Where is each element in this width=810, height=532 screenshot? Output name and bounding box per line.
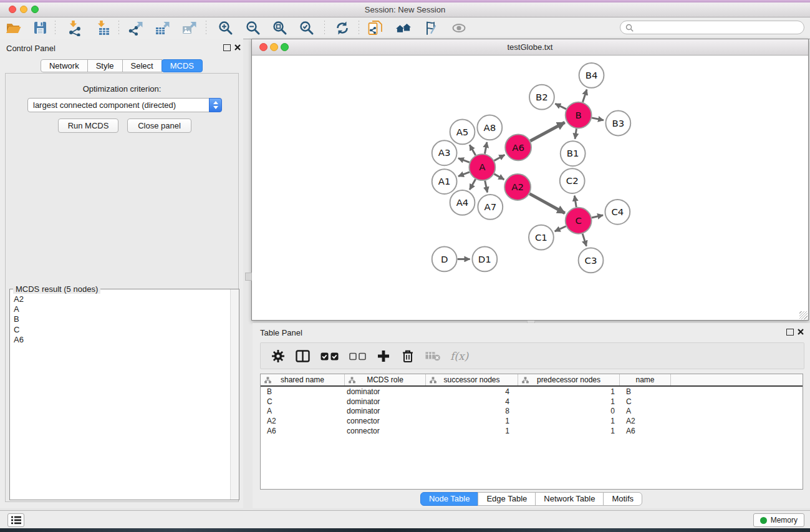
mcds-result-item[interactable]: A: [14, 304, 230, 314]
open-folder-icon[interactable]: [6, 20, 22, 36]
table-cell[interactable]: connector: [345, 417, 426, 425]
edge-A-A2[interactable]: [494, 174, 504, 180]
network-minimize-traffic-light[interactable]: [270, 43, 278, 51]
table-cell[interactable]: B: [620, 387, 671, 396]
table-cell[interactable]: 1: [426, 417, 518, 425]
graph-node-A2[interactable]: A2: [504, 174, 531, 200]
column-header-shared-name[interactable]: shared name: [261, 374, 345, 385]
table-row[interactable]: A6connector11A6: [261, 426, 803, 436]
graph-node-D1[interactable]: D1: [472, 247, 497, 272]
edge-A6-B[interactable]: [530, 122, 564, 141]
table-cell[interactable]: 1: [518, 387, 620, 396]
graph-node-B3[interactable]: B3: [605, 111, 630, 136]
table-cell[interactable]: connector: [345, 427, 426, 435]
graph-node-C4[interactable]: C4: [605, 200, 630, 225]
close-panel-button[interactable]: Close panel: [127, 118, 191, 133]
graph-node-D[interactable]: D: [432, 247, 457, 272]
close-table-panel-icon[interactable]: [798, 329, 804, 335]
tab-edge-table[interactable]: Edge Table: [478, 492, 536, 506]
edge-A-A5[interactable]: [470, 145, 475, 155]
table-row[interactable]: Cdominator41C: [261, 397, 803, 407]
graph-node-A1[interactable]: A1: [432, 169, 457, 194]
table-cell[interactable]: A6: [620, 427, 671, 435]
zoom-in-icon[interactable]: [218, 20, 234, 36]
graph-node-A4[interactable]: A4: [450, 190, 475, 215]
close-panel-icon[interactable]: [234, 44, 241, 51]
result-scrollbar[interactable]: [230, 289, 239, 500]
settings-gear-icon[interactable]: [271, 349, 285, 363]
table-cell[interactable]: 0: [518, 407, 620, 415]
save-icon[interactable]: [32, 20, 48, 36]
graph-node-A7[interactable]: A7: [478, 195, 503, 220]
table-row[interactable]: Adominator80A: [261, 406, 803, 416]
import-network-icon[interactable]: [67, 20, 83, 36]
column-header-predecessor-nodes[interactable]: predecessor nodes: [518, 374, 620, 385]
table-cell[interactable]: C: [620, 397, 671, 406]
graph-node-A3[interactable]: A3: [432, 140, 457, 165]
graph-node-A8[interactable]: A8: [477, 115, 502, 140]
edge-B-B2[interactable]: [555, 104, 566, 109]
table-row[interactable]: A2connector11A2: [261, 416, 803, 426]
graph-node-A[interactable]: A: [469, 154, 495, 180]
graph-node-C2[interactable]: C2: [560, 168, 585, 193]
table-cell[interactable]: 1: [518, 417, 620, 425]
network-window-titlebar[interactable]: testGlobe.txt: [252, 39, 808, 56]
network-canvas[interactable]: B4B2BB3A8A5A6A3B1AA1C2A2A4A7C4CC1DD1C3: [252, 56, 808, 320]
tab-network[interactable]: Network: [41, 59, 88, 72]
column-header-name[interactable]: name: [620, 374, 671, 385]
tab-motifs[interactable]: Motifs: [603, 492, 642, 506]
zoom-out-icon[interactable]: [245, 20, 261, 36]
edge-C-C1[interactable]: [555, 226, 566, 231]
table-cell[interactable]: 8: [426, 407, 518, 415]
mcds-result-item[interactable]: C: [14, 325, 230, 335]
graph-node-C1[interactable]: C1: [529, 225, 554, 250]
edge-A-A1[interactable]: [458, 172, 470, 177]
zoom-fit-icon[interactable]: [272, 20, 288, 36]
table-cell[interactable]: dominator: [345, 397, 426, 406]
memory-button[interactable]: Memory: [753, 513, 804, 527]
mcds-result-item[interactable]: B: [14, 314, 230, 324]
float-table-panel-icon[interactable]: [786, 329, 794, 336]
eye-icon[interactable]: [451, 20, 467, 36]
edge-A-A7[interactable]: [485, 181, 488, 193]
toggle-columns-icon[interactable]: [296, 349, 310, 363]
edge-A-A6[interactable]: [494, 155, 505, 160]
search-input[interactable]: [637, 22, 801, 34]
table-cell[interactable]: 1: [518, 427, 620, 435]
tab-node-table[interactable]: Node Table: [420, 492, 479, 506]
table-cell[interactable]: C: [261, 397, 345, 406]
graph-node-B[interactable]: B: [566, 102, 592, 128]
edge-C-C4[interactable]: [592, 215, 603, 218]
graph-node-C[interactable]: C: [566, 208, 592, 234]
column-header-successor-nodes[interactable]: successor nodes: [426, 374, 518, 385]
table-cell[interactable]: dominator: [345, 387, 426, 396]
tab-select[interactable]: Select: [122, 59, 162, 72]
tab-network-table[interactable]: Network Table: [535, 492, 604, 506]
criterion-dropdown[interactable]: largest connected component (directed): [27, 98, 222, 112]
search-box[interactable]: [620, 21, 804, 34]
table-cell[interactable]: B: [261, 387, 345, 396]
table-cell[interactable]: 1: [518, 397, 620, 406]
table-cell[interactable]: 4: [426, 397, 518, 406]
graph-node-B1[interactable]: B1: [561, 141, 586, 166]
run-mcds-button[interactable]: Run MCDS: [58, 118, 118, 133]
add-column-icon[interactable]: [377, 349, 390, 363]
edge-A-A3[interactable]: [458, 158, 470, 163]
graph-node-B4[interactable]: B4: [579, 63, 604, 88]
tab-mcds[interactable]: MCDS: [162, 59, 203, 72]
task-history-button[interactable]: [7, 513, 24, 527]
resize-grip[interactable]: [799, 311, 808, 319]
table-cell[interactable]: A6: [261, 427, 345, 435]
column-header-MCDS-role[interactable]: MCDS role: [345, 374, 426, 385]
graph-node-C3[interactable]: C3: [579, 248, 604, 273]
edge-C-C2[interactable]: [574, 196, 576, 207]
table-cell[interactable]: dominator: [345, 407, 426, 415]
edge-A-A8[interactable]: [485, 142, 487, 154]
edge-B-B4[interactable]: [582, 90, 587, 102]
table-cell[interactable]: A2: [261, 417, 345, 425]
zoom-selected-icon[interactable]: [299, 20, 315, 36]
edge-C-C3[interactable]: [582, 234, 586, 246]
table-cell[interactable]: A: [620, 407, 671, 415]
table-cell[interactable]: 1: [426, 427, 518, 435]
edge-B-B1[interactable]: [575, 128, 576, 138]
